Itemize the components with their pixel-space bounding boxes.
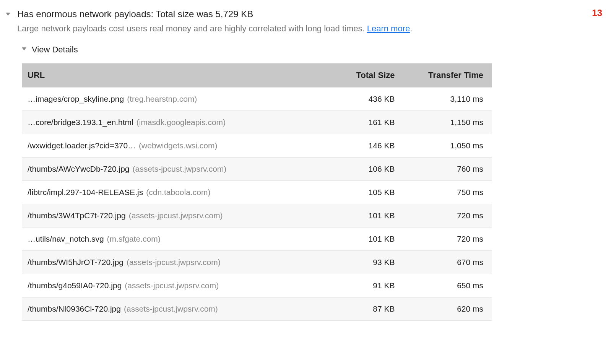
url-path: /wxwidget.loader.js?cid=370… <box>28 141 136 150</box>
cell-size: 105 KB <box>328 180 400 204</box>
cell-time: 670 ms <box>400 250 492 274</box>
url-path: /thumbs/NI0936Cl-720.jpg <box>28 304 121 313</box>
url-path: …utils/nav_notch.svg <box>28 234 104 243</box>
url-host: (imasdk.googleapis.com) <box>136 118 226 127</box>
chevron-down-icon[interactable] <box>6 13 10 16</box>
cell-url[interactable]: /thumbs/AWcYwcDb-720.jpg(assets-jpcust.j… <box>22 157 328 180</box>
table-row: …images/crop_skyline.png(treg.hearstnp.c… <box>22 87 492 110</box>
cell-time: 760 ms <box>400 157 492 180</box>
cell-size: 146 KB <box>328 134 400 157</box>
cell-url[interactable]: /thumbs/WI5hJrOT-720.jpg(assets-jpcust.j… <box>22 250 328 274</box>
table-row: /thumbs/g4o59IA0-720.jpg(assets-jpcust.j… <box>22 274 492 297</box>
url-host: (webwidgets.wsi.com) <box>139 141 217 150</box>
cell-size: 436 KB <box>328 87 400 110</box>
audit-description: Large network payloads cost users real m… <box>17 22 602 35</box>
url-host: (m.sfgate.com) <box>107 234 161 243</box>
url-host: (treg.hearstnp.com) <box>127 94 197 103</box>
col-header-url: URL <box>22 63 328 87</box>
url-path: …images/crop_skyline.png <box>28 94 124 103</box>
table-row: /thumbs/AWcYwcDb-720.jpg(assets-jpcust.j… <box>22 157 492 180</box>
audit-description-text: Large network payloads cost users real m… <box>17 24 367 33</box>
table-row: …utils/nav_notch.svg(m.sfgate.com)101 KB… <box>22 227 492 250</box>
table-row: /wxwidget.loader.js?cid=370…(webwidgets.… <box>22 134 492 157</box>
url-path: /thumbs/g4o59IA0-720.jpg <box>28 281 122 290</box>
cell-size: 87 KB <box>328 297 400 320</box>
table-row: /thumbs/NI0936Cl-720.jpg(assets-jpcust.j… <box>22 297 492 320</box>
cell-url[interactable]: /wxwidget.loader.js?cid=370…(webwidgets.… <box>22 134 328 157</box>
col-header-time: Transfer Time <box>400 63 492 87</box>
table-row: /thumbs/3W4TpC7t-720.jpg(assets-jpcust.j… <box>22 204 492 227</box>
audit-header[interactable]: Has enormous network payloads: Total siz… <box>6 8 602 35</box>
url-host: (assets-jpcust.jwpsrv.com) <box>124 304 218 313</box>
cell-url[interactable]: …core/bridge3.193.1_en.html(imasdk.googl… <box>22 110 328 134</box>
chevron-down-icon <box>22 47 26 50</box>
audit-section: 13 Has enormous network payloads: Total … <box>6 8 602 321</box>
details-table: URL Total Size Transfer Time …images/cro… <box>22 63 492 321</box>
col-header-size: Total Size <box>328 63 400 87</box>
cell-time: 750 ms <box>400 180 492 204</box>
cell-time: 620 ms <box>400 297 492 320</box>
cell-time: 720 ms <box>400 227 492 250</box>
cell-time: 1,050 ms <box>400 134 492 157</box>
table-row: …core/bridge3.193.1_en.html(imasdk.googl… <box>22 110 492 134</box>
cell-size: 91 KB <box>328 274 400 297</box>
audit-title-block: Has enormous network payloads: Total siz… <box>17 8 602 35</box>
cell-time: 650 ms <box>400 274 492 297</box>
cell-size: 101 KB <box>328 204 400 227</box>
cell-size: 93 KB <box>328 250 400 274</box>
url-host: (assets-jpcust.jwpsrv.com) <box>127 258 221 266</box>
cell-url[interactable]: …images/crop_skyline.png(treg.hearstnp.c… <box>22 87 328 110</box>
url-host: (assets-jpcust.jwpsrv.com) <box>133 164 227 173</box>
cell-size: 161 KB <box>328 110 400 134</box>
url-path: /thumbs/AWcYwcDb-720.jpg <box>28 164 130 173</box>
url-host: (cdn.taboola.com) <box>146 188 210 197</box>
cell-url[interactable]: /thumbs/3W4TpC7t-720.jpg(assets-jpcust.j… <box>22 204 328 227</box>
cell-url[interactable]: /thumbs/g4o59IA0-720.jpg(assets-jpcust.j… <box>22 274 328 297</box>
period: . <box>410 24 412 33</box>
cell-url[interactable]: /thumbs/NI0936Cl-720.jpg(assets-jpcust.j… <box>22 297 328 320</box>
cell-time: 720 ms <box>400 204 492 227</box>
audit-title: Has enormous network payloads: Total siz… <box>17 8 602 21</box>
cell-size: 101 KB <box>328 227 400 250</box>
cell-url[interactable]: /libtrc/impl.297-104-RELEASE.js(cdn.tabo… <box>22 180 328 204</box>
audit-score: 13 <box>592 8 602 18</box>
cell-time: 1,150 ms <box>400 110 492 134</box>
url-path: /thumbs/3W4TpC7t-720.jpg <box>28 211 126 220</box>
table-row: /thumbs/WI5hJrOT-720.jpg(assets-jpcust.j… <box>22 250 492 274</box>
url-host: (assets-jpcust.jwpsrv.com) <box>125 281 219 290</box>
cell-time: 3,110 ms <box>400 87 492 110</box>
cell-size: 106 KB <box>328 157 400 180</box>
url-host: (assets-jpcust.jwpsrv.com) <box>129 211 223 220</box>
table-header-row: URL Total Size Transfer Time <box>22 63 492 87</box>
view-details-label: View Details <box>32 45 78 55</box>
view-details-toggle[interactable]: View Details <box>22 45 602 55</box>
learn-more-link[interactable]: Learn more <box>367 24 410 33</box>
url-path: …core/bridge3.193.1_en.html <box>28 118 133 127</box>
url-path: /libtrc/impl.297-104-RELEASE.js <box>28 188 143 197</box>
url-path: /thumbs/WI5hJrOT-720.jpg <box>28 258 123 266</box>
cell-url[interactable]: …utils/nav_notch.svg(m.sfgate.com) <box>22 227 328 250</box>
table-row: /libtrc/impl.297-104-RELEASE.js(cdn.tabo… <box>22 180 492 204</box>
